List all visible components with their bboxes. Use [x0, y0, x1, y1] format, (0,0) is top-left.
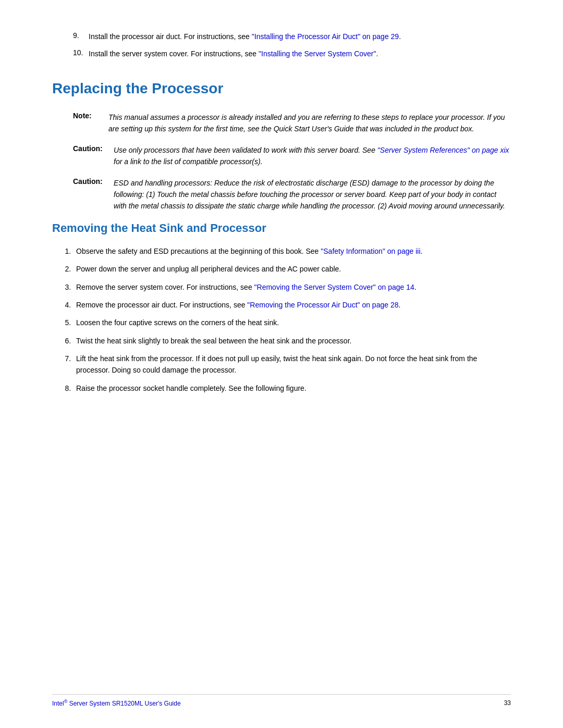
footer: Intel® Server System SR1520ML User's Gui… [52, 694, 511, 707]
list-item: Remove the processor air duct. For instr… [73, 299, 511, 311]
note-text: This manual assumes a processor is alrea… [108, 112, 511, 135]
caution-2-text: ESD and handling processors: Reduce the … [114, 177, 511, 212]
list-item: Lift the heat sink from the processor. I… [73, 353, 511, 376]
subsection-title: Removing the Heat Sink and Processor [52, 221, 511, 235]
footer-page-number: 33 [504, 699, 511, 707]
footer-left-text: Intel® Server System SR1520ML User's Gui… [52, 699, 181, 707]
section-title: Replacing the Processor [52, 80, 511, 97]
list-item: Raise the processor socket handle comple… [73, 382, 511, 394]
step-10-number: 10. [73, 48, 89, 59]
step-9-number: 9. [73, 31, 89, 42]
step-9: 9. Install the processor air duct. For i… [52, 31, 511, 42]
top-steps: 9. Install the processor air duct. For i… [52, 31, 511, 59]
caution-1-block: Caution: Use only processors that have b… [52, 144, 511, 168]
caution-1-text: Use only processors that have been valid… [114, 144, 511, 168]
step-10-text: Install the server system cover. For ins… [89, 48, 378, 59]
safety-information-link[interactable]: "Safety Information" on page iii [321, 247, 420, 255]
step-9-text: Install the processor air duct. For inst… [89, 31, 401, 42]
caution-1-label: Caution: [73, 144, 109, 168]
server-system-cover-link[interactable]: "Installing the Server System Cover" [259, 50, 376, 58]
list-item: Loosen the four captive screws on the co… [73, 317, 511, 328]
list-item: Observe the safety and ESD precautions a… [73, 245, 511, 257]
step-10: 10. Install the server system cover. For… [52, 48, 511, 59]
note-label: Note: [73, 112, 104, 135]
list-item: Remove the server system cover. For inst… [73, 281, 511, 293]
server-system-references-link[interactable]: "Server System References" on page xix [377, 146, 509, 154]
caution-2-label: Caution: [73, 177, 109, 212]
list-item: Twist the heat sink slightly to break th… [73, 335, 511, 347]
removing-server-cover-link[interactable]: "Removing the Server System Cover" on pa… [254, 283, 414, 291]
page: 9. Install the processor air duct. For i… [0, 0, 563, 728]
removing-processor-air-duct-link[interactable]: "Removing the Processor Air Duct" on pag… [247, 301, 398, 309]
caution-2-block: Caution: ESD and handling processors: Re… [52, 177, 511, 212]
steps-list: Observe the safety and ESD precautions a… [52, 245, 511, 394]
list-item: Power down the server and unplug all per… [73, 263, 511, 275]
note-block: Note: This manual assumes a processor is… [52, 112, 511, 135]
processor-air-duct-link[interactable]: "Installing the Processor Air Duct" on p… [252, 32, 399, 41]
